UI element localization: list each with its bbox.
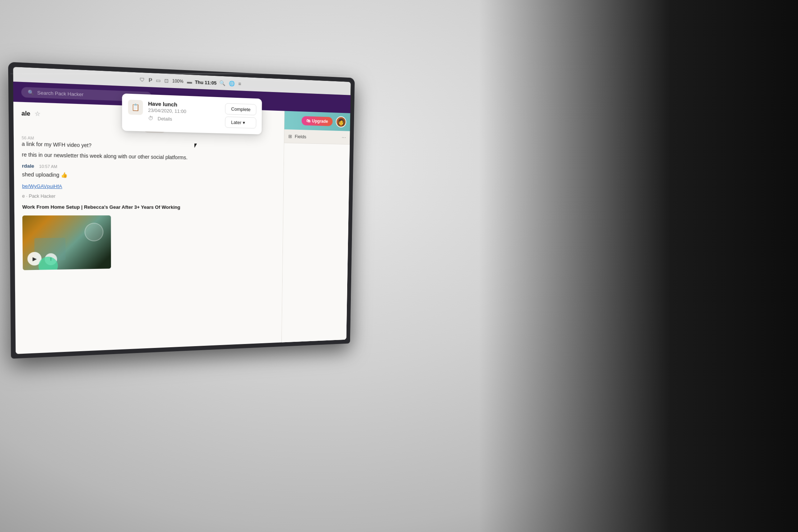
message-3: rdale 10:57 AM shed uploading 👍 bbox=[22, 162, 277, 181]
menubar-right-icons: 🔍 🌐 ≡ bbox=[219, 80, 241, 87]
more-options-button[interactable]: ··· bbox=[341, 134, 346, 141]
later-button[interactable]: Later ▾ bbox=[225, 116, 256, 128]
laptop-bezel: 🛡 𝗣 ▭ ⊡ 100% ▬ Thu 11:05 🔍 🌐 ≡ 🔍 Search … bbox=[8, 62, 355, 359]
timer-icon: ⏱ bbox=[148, 115, 153, 121]
upgrade-button[interactable]: 🛍 Upgrade bbox=[302, 116, 332, 126]
msg1-time: 56 AM bbox=[22, 136, 34, 141]
menubar-time: Thu 11:05 bbox=[195, 79, 216, 86]
battery-icon: ▬ bbox=[187, 79, 192, 85]
msg1-text: a link for my WFH video yet? bbox=[22, 141, 277, 152]
notification-content: Have lunch 23/04/2020, 11:00 ⏱ Details bbox=[148, 100, 220, 123]
msg2-text: re this in our newsletter this week alon… bbox=[22, 152, 277, 162]
msg3-author: rdale bbox=[22, 163, 34, 169]
msg5-text: e · Pack Hacker bbox=[22, 193, 277, 200]
bag-icon: 🛍 bbox=[306, 118, 310, 123]
airplay-icon: ▭ bbox=[156, 77, 160, 83]
search-icon[interactable]: 🔍 bbox=[219, 80, 225, 86]
battery-percentage: 100% bbox=[172, 78, 183, 84]
message-2: re this in our newsletter this week alon… bbox=[22, 152, 277, 162]
user-avatar[interactable]: 👩 bbox=[336, 116, 346, 128]
checklist-icon: 📋 bbox=[132, 103, 140, 112]
message-4: be/WyGAVpuiHfA bbox=[22, 183, 276, 191]
play-icon: ▶ bbox=[32, 256, 37, 262]
shield-icon: 🛡 bbox=[139, 77, 145, 83]
menubar-left-icons: 🛡 𝗣 ▭ ⊡ 100% ▬ bbox=[139, 77, 192, 85]
search-placeholder: Search Pack Hacker bbox=[37, 90, 83, 97]
message-5: e · Pack Hacker bbox=[22, 193, 277, 200]
message-1: 56 AM a link for my WFH video yet? bbox=[22, 134, 277, 152]
list-icon[interactable]: ≡ bbox=[238, 81, 241, 87]
right-content bbox=[282, 143, 350, 342]
later-label: Later bbox=[231, 120, 242, 125]
notification-popup: 📋 Have lunch 23/04/2020, 11:00 ⏱ Details… bbox=[122, 93, 262, 134]
wifi-icon: ⊡ bbox=[164, 78, 169, 84]
pixelmator-icon: 𝗣 bbox=[148, 77, 152, 83]
chevron-down-icon: ▾ bbox=[243, 120, 245, 125]
msg3-text: shed uploading 👍 bbox=[22, 171, 277, 182]
star-icon[interactable]: ☆ bbox=[35, 110, 40, 117]
video-thumbnail[interactable]: ▶ ⬆ bbox=[22, 215, 111, 270]
fields-icon: ⊞ bbox=[288, 133, 292, 139]
app-main: ale ☆ Today 56 AM a link for my WFH vide… bbox=[13, 102, 350, 354]
message-6: Work From Home Setup | Rebecca's Gear Af… bbox=[22, 203, 276, 211]
fields-bar: ⊞ Fields ··· bbox=[284, 129, 350, 145]
details-link[interactable]: Details bbox=[157, 116, 172, 122]
complete-button[interactable]: Complete bbox=[225, 103, 256, 115]
search-icon-bar: 🔍 bbox=[28, 89, 34, 95]
right-panel: 🛍 Upgrade 👩 ⊞ Fields ··· bbox=[281, 111, 350, 343]
notification-actions: Complete Later ▾ bbox=[225, 103, 256, 129]
msg6-text: Work From Home Setup | Rebecca's Gear Af… bbox=[22, 203, 276, 211]
msg4-link[interactable]: be/WyGAVpuiHfA bbox=[22, 183, 276, 191]
background-dark bbox=[479, 0, 798, 532]
notification-app-icon: 📋 bbox=[128, 100, 143, 115]
laptop-screen: 🛡 𝗣 ▭ ⊡ 100% ▬ Thu 11:05 🔍 🌐 ≡ 🔍 Search … bbox=[13, 67, 351, 354]
upgrade-label: Upgrade bbox=[312, 119, 328, 124]
chat-panel: ale ☆ Today 56 AM a link for my WFH vide… bbox=[13, 102, 284, 354]
laptop-top-edge bbox=[10, 73, 353, 74]
globe-icon: 🌐 bbox=[229, 81, 235, 87]
right-topbar: 🛍 Upgrade 👩 bbox=[284, 111, 350, 131]
msg3-time: 10:57 AM bbox=[39, 164, 58, 169]
channel-name: ale bbox=[22, 110, 31, 117]
fields-label: Fields bbox=[295, 134, 306, 139]
